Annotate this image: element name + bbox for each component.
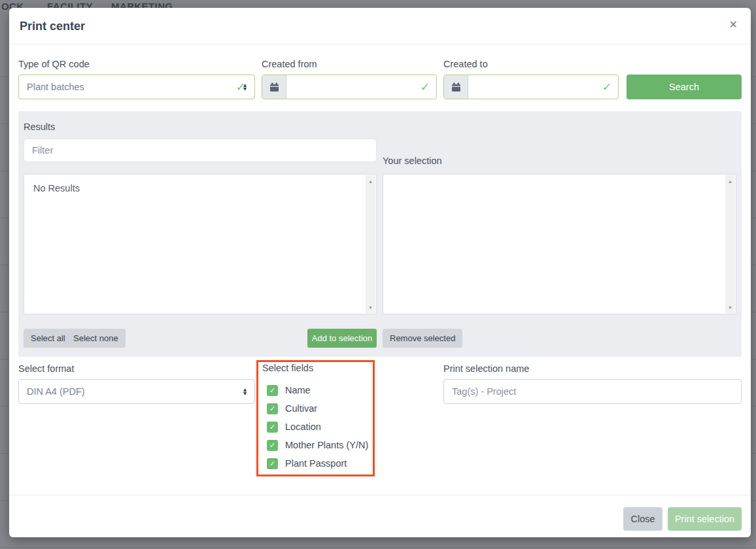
field-checkbox-row[interactable]: ✓ Plant Passport (267, 454, 368, 473)
select-fields-label: Select fields (262, 363, 313, 373)
valid-check-icon: ✓ (602, 82, 611, 93)
created-to-group: ✓ (443, 75, 619, 99)
checkbox-checked-icon[interactable]: ✓ (267, 403, 278, 414)
scroll-up-icon[interactable]: ▲ (725, 176, 735, 186)
checkbox-label: Plant Passport (285, 458, 347, 469)
print-selection-button[interactable]: Print selection (668, 507, 742, 531)
format-select[interactable]: DIN A4 (PDF) ▴▾ (18, 379, 255, 404)
calendar-button[interactable] (444, 75, 468, 99)
valid-check-icon: ✓ (421, 82, 430, 93)
field-checkbox-list: ✓ Name ✓ Cultivar ✓ Location ✓ (267, 381, 368, 473)
print-center-modal: Print center ✕ Type of QR code Created f… (9, 8, 751, 537)
results-label: Results (24, 122, 55, 132)
calendar-icon (451, 82, 461, 92)
select-all-button[interactable]: Select all (24, 329, 73, 348)
created-to-label: Created to (443, 59, 488, 69)
scroll-down-icon[interactable]: ▼ (366, 303, 375, 312)
page-backdrop: OCK FACILITY MARKETING Print center ✕ Ty… (0, 0, 756, 549)
created-from-group: ✓ (262, 75, 437, 99)
scroll-up-icon[interactable]: ▲ (366, 176, 375, 186)
field-checkbox-row[interactable]: ✓ Name (267, 381, 368, 399)
created-from-label: Created from (262, 59, 317, 69)
search-button[interactable]: Search (627, 75, 742, 99)
checkbox-checked-icon[interactable]: ✓ (267, 440, 278, 451)
filter-input[interactable] (24, 139, 377, 162)
print-selection-name-label: Print selection name (443, 363, 529, 374)
checkbox-label: Name (285, 385, 311, 395)
results-panel: Results Your selection No Results ▲ ▼ ▲ … (18, 111, 742, 357)
your-selection-label: Your selection (383, 156, 442, 166)
select-caret-icon: ▴▾ (243, 388, 247, 395)
selection-listbox[interactable]: ▲ ▼ (383, 174, 736, 314)
no-results-text: No Results (33, 183, 80, 193)
add-to-selection-button[interactable]: Add to selection (307, 329, 377, 348)
calendar-button[interactable] (262, 75, 286, 99)
checkbox-checked-icon[interactable]: ✓ (267, 422, 278, 433)
scroll-down-icon[interactable]: ▼ (725, 303, 735, 312)
calendar-icon (269, 82, 279, 92)
format-select-value: DIN A4 (PDF) (27, 386, 85, 397)
checkbox-checked-icon[interactable]: ✓ (267, 458, 278, 469)
field-checkbox-row[interactable]: ✓ Location (267, 418, 368, 436)
close-button[interactable]: Close (623, 507, 662, 531)
print-selection-name-input[interactable] (443, 379, 742, 404)
field-checkbox-row[interactable]: ✓ Mother Plants (Y/N) (267, 436, 368, 454)
close-icon[interactable]: ✕ (729, 20, 738, 30)
created-from-input[interactable]: ✓ (286, 75, 436, 99)
modal-header: Print center ✕ (9, 8, 751, 44)
qr-type-select[interactable]: Plant batches ✓ ▴▾ (18, 75, 255, 99)
checkbox-label: Mother Plants (Y/N) (285, 440, 368, 450)
results-listbox[interactable]: No Results ▲ ▼ (24, 174, 377, 314)
created-to-input[interactable]: ✓ (468, 75, 618, 99)
qr-type-select-value: Plant batches (27, 82, 84, 92)
checkbox-label: Location (285, 422, 321, 432)
scrollbar[interactable]: ▲ ▼ (366, 175, 375, 313)
remove-selected-button[interactable]: Remove selected (383, 329, 462, 348)
checkbox-checked-icon[interactable]: ✓ (267, 385, 278, 396)
modal-footer: Close Print selection (9, 495, 751, 537)
checkbox-label: Cultivar (285, 403, 317, 414)
select-caret-icon: ▴▾ (243, 83, 247, 91)
select-none-button[interactable]: Select none (66, 329, 126, 348)
field-checkbox-row[interactable]: ✓ Cultivar (267, 399, 368, 418)
scrollbar[interactable]: ▲ ▼ (725, 175, 735, 313)
select-format-label: Select format (18, 363, 74, 374)
select-fields-highlight-box: Select fields ✓ Name ✓ Cultivar ✓ (256, 360, 375, 476)
type-of-qr-code-label: Type of QR code (18, 59, 90, 69)
modal-title: Print center (20, 20, 85, 33)
